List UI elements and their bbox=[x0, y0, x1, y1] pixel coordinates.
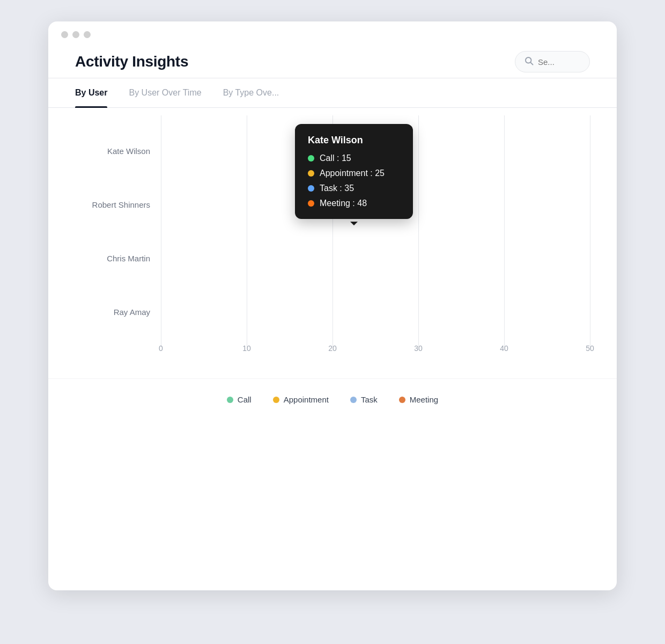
legend-item: Meeting bbox=[399, 395, 438, 404]
tab-by-user-over-time[interactable]: By User Over Time bbox=[129, 78, 201, 107]
x-axis-label: 0 bbox=[159, 344, 163, 353]
tooltip-appointment-row: Appointment : 25 bbox=[308, 169, 400, 178]
legend-dot bbox=[350, 397, 357, 403]
legend-label: Task bbox=[361, 395, 378, 404]
grid-line bbox=[332, 276, 333, 347]
x-axis-label: 30 bbox=[414, 344, 423, 353]
tooltip-meeting-dot bbox=[308, 200, 314, 207]
legend-item: Task bbox=[350, 395, 378, 404]
row-label: Chris Martin bbox=[75, 254, 161, 263]
bar-area bbox=[161, 250, 590, 267]
tab-by-user[interactable]: By User bbox=[75, 78, 107, 107]
tooltip-task-label: Task : 35 bbox=[320, 184, 354, 193]
tooltip: Kate Wilson Call : 15 Appointment : 25 T… bbox=[295, 124, 413, 219]
x-axis: 01020304050 bbox=[75, 344, 590, 357]
grid-line bbox=[247, 276, 247, 347]
tooltip-task-row: Task : 35 bbox=[308, 184, 400, 193]
page-title: Activity Insights bbox=[75, 53, 188, 70]
row-label: Ray Amay bbox=[75, 308, 161, 317]
tooltip-meeting-label: Meeting : 48 bbox=[320, 199, 367, 208]
dot-red bbox=[61, 31, 68, 38]
app-window: Activity Insights By User By User Over T… bbox=[48, 21, 617, 590]
tab-by-type-over[interactable]: By Type Ove... bbox=[223, 78, 279, 107]
tooltip-appointment-label: Appointment : 25 bbox=[320, 169, 385, 178]
row-label: Robert Shinners bbox=[75, 200, 161, 209]
tooltip-title: Kate Wilson bbox=[308, 135, 400, 146]
grid-line bbox=[418, 276, 419, 347]
tooltip-call-label: Call : 15 bbox=[320, 153, 351, 163]
chart-area: Kate Wilson Call : 15 Appointment : 25 T… bbox=[48, 108, 617, 368]
x-axis-label: 40 bbox=[500, 344, 508, 353]
row-label: Kate Wilson bbox=[75, 147, 161, 156]
tooltip-call-row: Call : 15 bbox=[308, 153, 400, 163]
search-icon bbox=[524, 56, 534, 68]
legend-item: Call bbox=[227, 395, 252, 404]
search-input[interactable] bbox=[538, 57, 581, 67]
x-axis-label: 20 bbox=[328, 344, 337, 353]
x-axis-label: 10 bbox=[242, 344, 251, 353]
legend-dot bbox=[399, 397, 405, 403]
chart-row: Ray Amay bbox=[75, 285, 590, 339]
bar-area bbox=[161, 303, 590, 320]
search-box[interactable] bbox=[515, 51, 590, 72]
grid-line bbox=[590, 276, 590, 347]
tooltip-meeting-row: Meeting : 48 bbox=[308, 199, 400, 208]
legend-dot bbox=[227, 397, 233, 403]
legend-label: Call bbox=[238, 395, 252, 404]
grid-line bbox=[504, 276, 505, 347]
legend-dot bbox=[273, 397, 279, 403]
tooltip-task-dot bbox=[308, 185, 314, 192]
tooltip-appointment-dot bbox=[308, 170, 314, 177]
tabs-row: By User By User Over Time By Type Ove... bbox=[48, 78, 617, 108]
grid-line bbox=[161, 276, 161, 347]
header: Activity Insights bbox=[48, 46, 617, 78]
legend-label: Meeting bbox=[410, 395, 438, 404]
tooltip-call-dot bbox=[308, 155, 314, 162]
dot-yellow bbox=[72, 31, 79, 38]
dot-green bbox=[84, 31, 91, 38]
legend-item: Appointment bbox=[273, 395, 329, 404]
legend: CallAppointmentTaskMeeting bbox=[48, 378, 617, 426]
window-chrome bbox=[48, 21, 617, 46]
legend-label: Appointment bbox=[284, 395, 329, 404]
x-axis-label: 50 bbox=[586, 344, 594, 353]
svg-line-1 bbox=[530, 62, 533, 64]
